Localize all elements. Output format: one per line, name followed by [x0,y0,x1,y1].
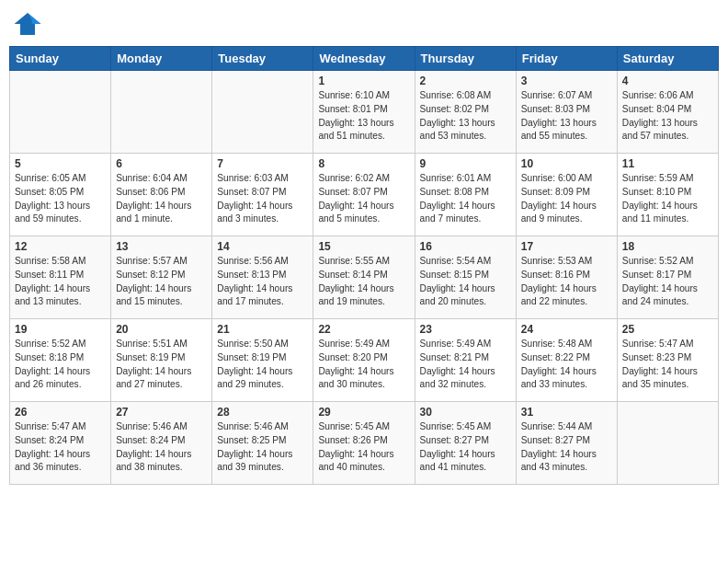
calendar-cell: 15Sunrise: 5:55 AM Sunset: 8:14 PM Dayli… [313,236,415,319]
calendar-cell: 8Sunrise: 6:02 AM Sunset: 8:07 PM Daylig… [313,154,415,236]
day-number: 20 [116,323,207,336]
day-info: Sunrise: 5:50 AM Sunset: 8:19 PM Dayligh… [217,338,308,392]
calendar-cell: 13Sunrise: 5:57 AM Sunset: 8:12 PM Dayli… [111,236,212,319]
day-info: Sunrise: 6:10 AM Sunset: 8:01 PM Dayligh… [318,89,409,144]
day-number: 12 [15,240,106,253]
day-info: Sunrise: 6:05 AM Sunset: 8:05 PM Dayligh… [15,172,106,226]
calendar-cell: 17Sunrise: 5:53 AM Sunset: 8:16 PM Dayli… [516,236,617,319]
calendar-cell: 4Sunrise: 6:06 AM Sunset: 8:04 PM Daylig… [617,71,718,154]
calendar-cell: 10Sunrise: 6:00 AM Sunset: 8:09 PM Dayli… [516,154,617,236]
day-number: 15 [318,240,409,253]
calendar-week-row: 1Sunrise: 6:10 AM Sunset: 8:01 PM Daylig… [10,71,719,154]
calendar-cell: 18Sunrise: 5:52 AM Sunset: 8:17 PM Dayli… [617,236,718,319]
day-info: Sunrise: 5:53 AM Sunset: 8:16 PM Dayligh… [521,255,612,309]
calendar-cell: 3Sunrise: 6:07 AM Sunset: 8:03 PM Daylig… [516,71,617,154]
calendar-cell: 24Sunrise: 5:48 AM Sunset: 8:22 PM Dayli… [516,319,617,402]
day-info: Sunrise: 5:49 AM Sunset: 8:21 PM Dayligh… [420,338,511,392]
day-info: Sunrise: 5:48 AM Sunset: 8:22 PM Dayligh… [521,338,612,392]
calendar-cell: 2Sunrise: 6:08 AM Sunset: 8:02 PM Daylig… [415,71,516,154]
day-number: 26 [15,406,106,419]
day-info: Sunrise: 5:56 AM Sunset: 8:13 PM Dayligh… [217,255,308,309]
calendar-cell: 29Sunrise: 5:45 AM Sunset: 8:26 PM Dayli… [313,402,415,485]
calendar-cell: 1Sunrise: 6:10 AM Sunset: 8:01 PM Daylig… [313,71,415,154]
day-number: 5 [15,157,106,170]
day-number: 27 [116,406,207,419]
calendar-cell: 20Sunrise: 5:51 AM Sunset: 8:19 PM Dayli… [111,319,212,402]
calendar-table: SundayMondayTuesdayWednesdayThursdayFrid… [9,46,719,485]
calendar-cell: 12Sunrise: 5:58 AM Sunset: 8:11 PM Dayli… [10,236,111,319]
day-number: 22 [318,323,409,336]
day-number: 8 [318,157,409,170]
calendar-cell: 30Sunrise: 5:45 AM Sunset: 8:27 PM Dayli… [415,402,516,485]
logo [13,9,46,39]
day-info: Sunrise: 5:52 AM Sunset: 8:18 PM Dayligh… [15,338,106,392]
weekday-header-sunday: Sunday [10,47,111,71]
weekday-header-thursday: Thursday [415,47,516,71]
day-number: 29 [318,406,409,419]
calendar-cell: 31Sunrise: 5:44 AM Sunset: 8:27 PM Dayli… [516,402,617,485]
logo-icon [13,9,42,39]
day-number: 25 [622,323,713,336]
day-number: 18 [622,240,713,253]
calendar-week-row: 19Sunrise: 5:52 AM Sunset: 8:18 PM Dayli… [10,319,719,402]
calendar-cell: 19Sunrise: 5:52 AM Sunset: 8:18 PM Dayli… [10,319,111,402]
weekday-header-row: SundayMondayTuesdayWednesdayThursdayFrid… [10,47,719,71]
calendar-cell: 9Sunrise: 6:01 AM Sunset: 8:08 PM Daylig… [415,154,516,236]
day-number: 19 [15,323,106,336]
weekday-header-monday: Monday [111,47,212,71]
day-info: Sunrise: 6:02 AM Sunset: 8:07 PM Dayligh… [318,172,409,226]
calendar-cell: 23Sunrise: 5:49 AM Sunset: 8:21 PM Dayli… [415,319,516,402]
day-info: Sunrise: 5:59 AM Sunset: 8:10 PM Dayligh… [622,172,713,226]
day-number: 9 [420,157,511,170]
weekday-header-saturday: Saturday [617,47,718,71]
day-number: 28 [217,406,308,419]
day-info: Sunrise: 5:49 AM Sunset: 8:20 PM Dayligh… [318,338,409,392]
day-info: Sunrise: 5:45 AM Sunset: 8:26 PM Dayligh… [318,420,409,475]
calendar-cell: 27Sunrise: 5:46 AM Sunset: 8:24 PM Dayli… [111,402,212,485]
calendar-cell: 25Sunrise: 5:47 AM Sunset: 8:23 PM Dayli… [617,319,718,402]
day-info: Sunrise: 5:46 AM Sunset: 8:25 PM Dayligh… [217,420,308,475]
day-info: Sunrise: 5:52 AM Sunset: 8:17 PM Dayligh… [622,255,713,309]
day-info: Sunrise: 5:51 AM Sunset: 8:19 PM Dayligh… [116,338,207,392]
calendar-cell: 7Sunrise: 6:03 AM Sunset: 8:07 PM Daylig… [212,154,313,236]
day-info: Sunrise: 5:44 AM Sunset: 8:27 PM Dayligh… [521,420,612,475]
calendar-cell [212,71,313,154]
day-info: Sunrise: 5:47 AM Sunset: 8:23 PM Dayligh… [622,338,713,392]
day-number: 6 [116,157,207,170]
calendar-cell [10,71,111,154]
day-number: 16 [420,240,511,253]
weekday-header-friday: Friday [516,47,617,71]
day-number: 1 [318,75,409,87]
day-number: 17 [521,240,612,253]
calendar-cell [111,71,212,154]
day-info: Sunrise: 5:47 AM Sunset: 8:24 PM Dayligh… [15,420,106,475]
day-info: Sunrise: 5:46 AM Sunset: 8:24 PM Dayligh… [116,420,207,475]
calendar-week-row: 5Sunrise: 6:05 AM Sunset: 8:05 PM Daylig… [10,154,719,236]
weekday-header-tuesday: Tuesday [212,47,313,71]
calendar-header: SundayMondayTuesdayWednesdayThursdayFrid… [10,47,719,71]
day-number: 14 [217,240,308,253]
calendar-cell: 14Sunrise: 5:56 AM Sunset: 8:13 PM Dayli… [212,236,313,319]
calendar-cell [617,402,718,485]
calendar-week-row: 12Sunrise: 5:58 AM Sunset: 8:11 PM Dayli… [10,236,719,319]
calendar-cell: 11Sunrise: 5:59 AM Sunset: 8:10 PM Dayli… [617,154,718,236]
calendar-cell: 5Sunrise: 6:05 AM Sunset: 8:05 PM Daylig… [10,154,111,236]
day-info: Sunrise: 6:07 AM Sunset: 8:03 PM Dayligh… [521,89,612,144]
day-number: 31 [521,406,612,419]
day-info: Sunrise: 5:55 AM Sunset: 8:14 PM Dayligh… [318,255,409,309]
calendar-cell: 6Sunrise: 6:04 AM Sunset: 8:06 PM Daylig… [111,154,212,236]
day-info: Sunrise: 5:58 AM Sunset: 8:11 PM Dayligh… [15,255,106,309]
day-number: 21 [217,323,308,336]
day-number: 24 [521,323,612,336]
calendar-body: 1Sunrise: 6:10 AM Sunset: 8:01 PM Daylig… [10,71,719,485]
calendar-week-row: 26Sunrise: 5:47 AM Sunset: 8:24 PM Dayli… [10,402,719,485]
calendar-cell: 28Sunrise: 5:46 AM Sunset: 8:25 PM Dayli… [212,402,313,485]
day-number: 30 [420,406,511,419]
day-info: Sunrise: 6:00 AM Sunset: 8:09 PM Dayligh… [521,172,612,226]
day-info: Sunrise: 5:54 AM Sunset: 8:15 PM Dayligh… [420,255,511,309]
day-info: Sunrise: 5:45 AM Sunset: 8:27 PM Dayligh… [420,420,511,475]
page-header [9,9,719,39]
day-number: 3 [521,75,612,87]
calendar-cell: 26Sunrise: 5:47 AM Sunset: 8:24 PM Dayli… [10,402,111,485]
calendar-cell: 16Sunrise: 5:54 AM Sunset: 8:15 PM Dayli… [415,236,516,319]
